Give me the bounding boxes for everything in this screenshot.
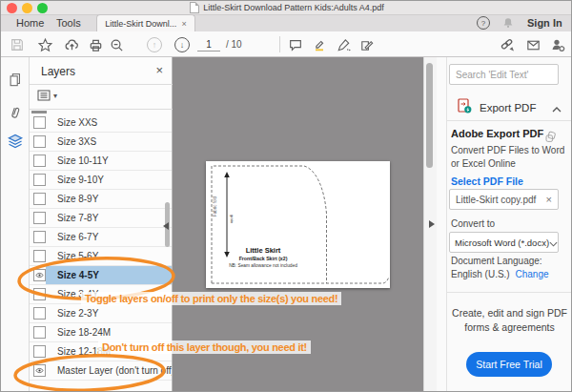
sign-in-button[interactable]: Sign In [527, 17, 562, 29]
layer-visibility-checkbox[interactable] [33, 212, 46, 224]
layer-visibility-checkbox[interactable] [33, 135, 46, 148]
page-count-label: / 10 [226, 39, 242, 50]
adobe-export-pdf-heading: Adobe Export PDF [451, 128, 543, 139]
layer-row[interactable]: Size 2-3Y [30, 304, 172, 323]
email-icon[interactable] [524, 36, 541, 53]
layer-row[interactable]: Master Layer (don't turn off) [30, 361, 172, 381]
tab-home[interactable]: Home [16, 17, 44, 29]
document-scrollbar-thumb[interactable] [426, 63, 433, 168]
share-upload-icon[interactable] [63, 36, 80, 53]
selected-file-box[interactable]: Little-Skirt copy.pdf × [449, 189, 559, 210]
format-value: Microsoft Word (*.docx) [455, 237, 549, 248]
highlight-icon[interactable] [311, 36, 328, 53]
page-thumbnails-icon[interactable] [7, 71, 24, 88]
fill-sign-pen-icon[interactable] [335, 36, 352, 53]
layer-visibility-checkbox[interactable] [33, 326, 46, 339]
favorites-star-icon[interactable] [36, 36, 53, 53]
attachments-paperclip-icon[interactable] [7, 104, 24, 121]
search-input[interactable] [449, 64, 559, 85]
help-icon[interactable]: ? [477, 16, 490, 30]
next-page-icon[interactable]: ↓ [174, 37, 190, 52]
layer-row[interactable]: Size 18-24M [30, 323, 172, 342]
page-number-input[interactable]: 1 [197, 37, 220, 52]
grain-label: grain [230, 215, 235, 223]
layers-options-button[interactable]: ▾ [37, 90, 57, 101]
collapse-left-panel-icon[interactable] [163, 222, 169, 230]
layer-label: Size 8-9Y [57, 194, 98, 204]
tab-tools[interactable]: Tools [56, 17, 81, 29]
layer-row[interactable]: Size 8-9Y [30, 190, 172, 209]
layer-label: Size 6-7Y [57, 232, 98, 242]
layer-row[interactable]: Size 10-11Y [30, 152, 172, 171]
title-bar: Little-Skirt Download Pattern Kids:Adult… [1, 1, 572, 14]
layer-label: Size 18-24M [57, 327, 111, 338]
layer-label: Size 2-3Y [57, 308, 98, 319]
layer-visibility-checkbox[interactable] [33, 250, 46, 262]
layers-panel-title: Layers [41, 65, 75, 78]
layers-panel-close-icon[interactable]: × [155, 63, 163, 77]
clear-file-icon[interactable]: × [546, 194, 552, 205]
layer-row[interactable]: Size XXS [30, 113, 172, 133]
layer-row[interactable]: Size 5-6Y [30, 247, 172, 266]
pattern-note: NB: Seam allowance not included [229, 263, 297, 268]
layer-label: Size XXS [57, 117, 97, 128]
layer-label: Size 10-11Y [57, 155, 109, 166]
window-title: Little-Skirt Download Pattern Kids:Adult… [1, 1, 572, 14]
tab-close-icon[interactable]: × [181, 19, 186, 29]
document-language-value: English (U.S.) Change [451, 269, 549, 279]
layer-label: Size 5-6Y [57, 251, 98, 261]
layer-row[interactable]: Size 4-5Y [30, 266, 172, 285]
layer-visibility-eye-icon[interactable] [33, 364, 46, 377]
layer-label: Size 4-5Y [57, 270, 99, 280]
collapse-section-chevron-icon[interactable] [552, 99, 562, 116]
layer-label: Size 7-8Y [57, 213, 98, 223]
layer-row[interactable]: Size 7-8Y [30, 209, 172, 228]
layer-visibility-checkbox[interactable] [33, 116, 46, 129]
export-pdf-icon [457, 98, 472, 117]
comment-icon[interactable] [287, 36, 304, 53]
pattern-subtitle: Front/Back Skirt (x2) [239, 256, 288, 261]
layer-visibility-checkbox[interactable] [33, 231, 46, 243]
layer-visibility-checkbox[interactable] [33, 174, 46, 186]
layers-panel-header: Layers × [30, 57, 173, 85]
promo-text-line1: Create, edit and sign PDF [446, 307, 572, 319]
layer-visibility-checkbox[interactable] [33, 288, 46, 300]
signature-person-icon[interactable] [549, 36, 566, 53]
layers-options-row: ▾ [30, 85, 173, 110]
layer-visibility-eye-icon[interactable] [33, 269, 46, 281]
share-link-icon[interactable] [499, 36, 516, 53]
toolbar-divider [279, 36, 280, 52]
layer-row[interactable]: Size 3XS [30, 133, 172, 152]
promo-text-line2: forms & agreements [446, 321, 572, 333]
section-divider [446, 120, 572, 121]
caret-down-icon: ▾ [53, 92, 57, 100]
collapse-right-panel-icon[interactable] [429, 220, 435, 228]
edit-page-icon[interactable] [358, 36, 375, 53]
layer-visibility-checkbox[interactable] [33, 345, 46, 358]
select-pdf-file-link[interactable]: Select PDF File [451, 175, 523, 187]
tab-document-label: Little-Skirt Downl... [105, 19, 176, 29]
section-divider-bottom [446, 292, 572, 293]
pdf-page[interactable]: grain Fabric fold Little Skirt Front/Bac… [206, 161, 390, 288]
save-icon[interactable] [9, 36, 26, 53]
layer-visibility-checkbox[interactable] [33, 193, 46, 205]
zoom-search-icon[interactable] [108, 36, 125, 53]
pattern-drawing: grain Fabric fold Little Skirt Front/Bac… [206, 161, 390, 288]
layer-visibility-checkbox[interactable] [33, 155, 46, 167]
fabric-fold-label: Fabric fold [213, 196, 217, 217]
tab-document[interactable]: Little-Skirt Downl... × [96, 14, 195, 31]
layers-panel-icon[interactable] [7, 133, 24, 150]
change-language-link[interactable]: Change [515, 269, 548, 279]
export-pdf-label: Export PDF [480, 102, 536, 113]
print-icon[interactable] [87, 36, 104, 53]
layer-visibility-checkbox[interactable] [33, 307, 46, 320]
format-dropdown[interactable]: Microsoft Word (*.docx) [449, 232, 559, 253]
export-pdf-section-header[interactable]: Export PDF [446, 96, 572, 119]
layer-row[interactable]: Size 6-7Y [30, 228, 172, 247]
layer-label: Size 9-10Y [57, 175, 104, 185]
layer-label: Master Layer (don't turn off) [57, 365, 172, 376]
start-free-trial-button[interactable]: Start Free Trial [466, 352, 552, 377]
annotation-tip-toggle-layers: Toggle layers on/off to print only the s… [81, 292, 341, 305]
search-tools-box[interactable] [449, 64, 559, 85]
layer-row[interactable]: Size 9-10Y [30, 171, 172, 190]
